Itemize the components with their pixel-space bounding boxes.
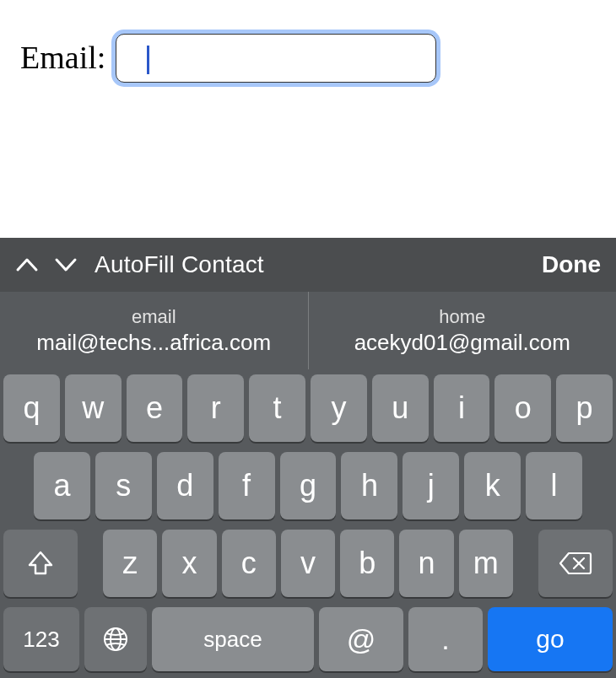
key-k[interactable]: k — [464, 452, 521, 519]
key-j[interactable]: j — [403, 452, 459, 519]
email-field[interactable] — [116, 34, 436, 83]
globe-icon — [101, 625, 130, 654]
text-cursor — [147, 46, 149, 74]
chevron-down-icon — [54, 256, 78, 273]
space-key[interactable]: space — [152, 607, 314, 671]
key-g[interactable]: g — [280, 452, 337, 519]
key-q[interactable]: q — [3, 374, 60, 442]
suggestion-type: home — [439, 306, 485, 328]
keyboard-accessory-bar: AutoFill Contact Done — [0, 238, 616, 292]
next-field-button[interactable] — [54, 256, 78, 273]
spacer — [518, 530, 533, 597]
period-key[interactable]: . — [408, 607, 483, 671]
key-row-1: q w e r t y u i o p — [3, 374, 613, 442]
go-key[interactable]: go — [488, 607, 613, 671]
suggestion-value: mail@techs...africa.com — [36, 330, 271, 356]
prev-field-button[interactable] — [15, 256, 39, 273]
done-button[interactable]: Done — [542, 251, 601, 278]
key-s[interactable]: s — [95, 452, 152, 519]
key-o[interactable]: o — [494, 374, 551, 442]
key-c[interactable]: c — [222, 530, 276, 597]
suggestion-value: acekyd01@gmail.com — [354, 330, 570, 356]
keyboard-panel: AutoFill Contact Done email mail@techs..… — [0, 238, 616, 678]
chevron-up-icon — [15, 256, 39, 273]
key-y[interactable]: y — [311, 374, 367, 442]
key-t[interactable]: t — [249, 374, 305, 442]
key-z[interactable]: z — [103, 530, 157, 597]
autofill-suggestion[interactable]: home acekyd01@gmail.com — [308, 292, 617, 369]
key-d[interactable]: d — [157, 452, 213, 519]
key-h[interactable]: h — [341, 452, 397, 519]
key-e[interactable]: e — [127, 374, 183, 442]
shift-key[interactable] — [3, 530, 78, 597]
form-area: Email: — [0, 0, 616, 194]
email-label: Email: — [20, 34, 105, 81]
key-v[interactable]: v — [281, 530, 335, 597]
key-p[interactable]: p — [556, 374, 613, 442]
key-row-4: 123 space @ . go — [3, 607, 613, 671]
key-row-2: a s d f g h j k l — [3, 452, 613, 519]
key-x[interactable]: x — [162, 530, 216, 597]
shift-icon — [26, 549, 55, 578]
suggestion-type: email — [132, 306, 176, 328]
key-r[interactable]: r — [187, 374, 244, 442]
autofill-suggestions: email mail@techs...africa.com home aceky… — [0, 292, 616, 369]
key-w[interactable]: w — [65, 374, 122, 442]
keyboard-keys: q w e r t y u i o p a s d f g h j k l — [0, 369, 616, 678]
key-f[interactable]: f — [219, 452, 275, 519]
spacer — [83, 530, 98, 597]
key-row-3: z x c v b n m — [3, 530, 613, 597]
autofill-contact-button[interactable]: AutoFill Contact — [95, 251, 264, 278]
key-u[interactable]: u — [372, 374, 429, 442]
autofill-suggestion[interactable]: email mail@techs...africa.com — [0, 292, 308, 369]
key-n[interactable]: n — [399, 530, 453, 597]
field-nav-arrows — [15, 256, 78, 273]
key-a[interactable]: a — [34, 452, 90, 519]
key-b[interactable]: b — [340, 530, 394, 597]
backspace-icon — [559, 551, 592, 576]
backspace-key[interactable] — [538, 530, 613, 597]
numeric-key[interactable]: 123 — [3, 607, 79, 671]
key-m[interactable]: m — [459, 530, 513, 597]
key-i[interactable]: i — [434, 374, 490, 442]
at-key[interactable]: @ — [319, 607, 403, 671]
key-l[interactable]: l — [526, 452, 582, 519]
globe-key[interactable] — [84, 607, 147, 671]
